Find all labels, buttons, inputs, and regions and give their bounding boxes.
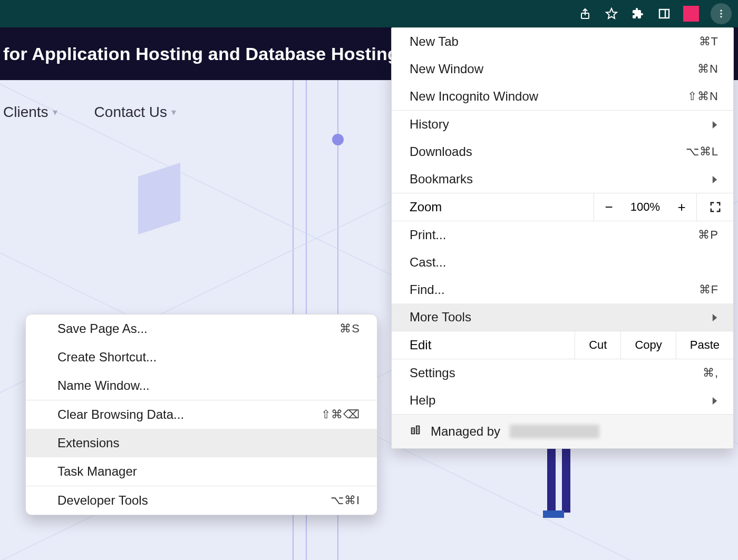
managed-by-org-redacted <box>510 425 599 438</box>
edit-cut-button[interactable]: Cut <box>575 331 620 359</box>
svg-marker-12 <box>713 397 717 405</box>
submenu-item-label: Create Shortcut... <box>57 350 157 365</box>
svg-marker-1 <box>606 8 617 18</box>
submenu-item-label: Name Window... <box>57 378 150 393</box>
menu-item-new-tab[interactable]: New Tab ⌘T <box>392 28 733 55</box>
chevron-right-icon <box>711 310 718 325</box>
submenu-item-label: Extensions <box>57 436 119 450</box>
zoom-label: Zoom <box>392 193 594 221</box>
svg-rect-2 <box>659 9 669 18</box>
svg-marker-9 <box>713 121 717 129</box>
menu-item-shortcut: ⌘T <box>699 35 718 48</box>
submenu-item-shortcut: ⌥⌘I <box>331 494 360 507</box>
zoom-out-button[interactable]: − <box>594 199 624 215</box>
submenu-item-developer-tools[interactable]: Developer Tools ⌥⌘I <box>26 486 377 515</box>
caret-down-icon: ▾ <box>53 106 57 118</box>
share-icon[interactable] <box>578 6 593 21</box>
managed-by-label: Managed by <box>431 424 500 439</box>
menu-item-downloads[interactable]: Downloads ⌥⌘L <box>392 138 733 165</box>
menu-item-new-window[interactable]: New Window ⌘N <box>392 55 733 83</box>
profile-avatar[interactable] <box>683 6 699 22</box>
extensions-puzzle-icon[interactable] <box>630 6 645 21</box>
edit-label: Edit <box>392 331 575 359</box>
svg-marker-10 <box>713 176 717 183</box>
submenu-item-create-shortcut[interactable]: Create Shortcut... <box>26 343 377 371</box>
menu-item-shortcut: ⌘F <box>699 283 718 297</box>
menu-item-label: New Incognito Window <box>410 89 538 104</box>
submenu-item-label: Clear Browsing Data... <box>57 407 184 422</box>
menu-item-label: History <box>410 117 449 132</box>
menu-item-shortcut: ⌘P <box>698 228 718 242</box>
menu-item-label: Find... <box>410 282 445 297</box>
submenu-item-save-page[interactable]: Save Page As... ⌘S <box>26 315 377 343</box>
chevron-right-icon <box>711 172 718 186</box>
building-icon <box>410 424 421 439</box>
menu-item-label: Downloads <box>410 144 472 159</box>
menu-item-more-tools[interactable]: More Tools <box>392 303 733 331</box>
chevron-right-icon <box>711 393 718 408</box>
svg-point-6 <box>720 16 722 17</box>
menu-item-shortcut: ⌥⌘L <box>686 145 718 159</box>
menu-item-label: Bookmarks <box>410 172 473 186</box>
submenu-item-extensions[interactable]: Extensions <box>26 429 377 457</box>
menu-item-label: More Tools <box>410 310 471 325</box>
menu-item-label: Help <box>410 393 435 408</box>
chrome-main-menu: New Tab ⌘T New Window ⌘N New Incognito W… <box>391 27 734 449</box>
menu-item-label: New Tab <box>410 34 459 49</box>
nav-link-label: Contact Us <box>94 104 168 121</box>
menu-item-history[interactable]: History <box>392 111 733 138</box>
panel-icon[interactable] <box>657 6 672 21</box>
zoom-percent: 100% <box>624 200 667 214</box>
menu-item-print[interactable]: Print... ⌘P <box>392 221 733 249</box>
menu-item-managed-by[interactable]: Managed by <box>392 415 733 448</box>
menu-item-find[interactable]: Find... ⌘F <box>392 276 733 303</box>
edit-copy-button[interactable]: Copy <box>620 331 675 359</box>
menu-item-help[interactable]: Help <box>392 387 733 414</box>
nav-link-contact[interactable]: Contact Us ▾ <box>94 104 177 121</box>
zoom-in-button[interactable]: + <box>667 199 696 215</box>
submenu-item-shortcut: ⌘S <box>339 322 360 336</box>
submenu-item-label: Task Manager <box>57 464 137 479</box>
menu-item-label: New Window <box>410 62 483 76</box>
edit-paste-button[interactable]: Paste <box>676 331 733 359</box>
menu-item-shortcut: ⌘, <box>703 366 718 380</box>
menu-item-label: Settings <box>410 366 455 380</box>
svg-point-5 <box>720 13 722 14</box>
svg-marker-11 <box>713 314 717 321</box>
menu-item-cast[interactable]: Cast... <box>392 249 733 276</box>
menu-item-edit: Edit Cut Copy Paste <box>392 331 733 359</box>
menu-item-bookmarks[interactable]: Bookmarks <box>392 165 733 193</box>
menu-item-label: Cast... <box>410 255 446 270</box>
submenu-item-name-window[interactable]: Name Window... <box>26 371 377 400</box>
fullscreen-button[interactable] <box>696 193 733 221</box>
more-tools-submenu: Save Page As... ⌘S Create Shortcut... Na… <box>25 314 377 515</box>
menu-item-shortcut: ⇧⌘N <box>687 90 718 103</box>
submenu-item-task-manager[interactable]: Task Manager <box>26 457 377 486</box>
star-icon[interactable] <box>604 6 619 21</box>
chrome-menu-button[interactable] <box>711 3 732 24</box>
nav-link-clients[interactable]: Clients ▾ <box>3 104 57 121</box>
svg-point-4 <box>720 10 722 12</box>
nav-link-label: Clients <box>3 104 48 121</box>
submenu-item-label: Save Page As... <box>57 321 148 336</box>
menu-item-settings[interactable]: Settings ⌘, <box>392 359 733 387</box>
browser-toolbar <box>0 0 738 27</box>
submenu-item-label: Developer Tools <box>57 493 148 508</box>
banner-title: for Application Hosting and Database Hos… <box>3 44 399 64</box>
submenu-item-clear-browsing-data[interactable]: Clear Browsing Data... ⇧⌘⌫ <box>26 400 377 429</box>
submenu-item-shortcut: ⇧⌘⌫ <box>321 408 360 421</box>
caret-down-icon: ▾ <box>171 106 176 118</box>
chevron-right-icon <box>711 117 718 132</box>
menu-item-new-incognito[interactable]: New Incognito Window ⇧⌘N <box>392 83 733 110</box>
menu-item-zoom: Zoom − 100% + <box>392 193 733 221</box>
menu-item-shortcut: ⌘N <box>697 62 718 76</box>
menu-item-label: Print... <box>410 228 446 242</box>
